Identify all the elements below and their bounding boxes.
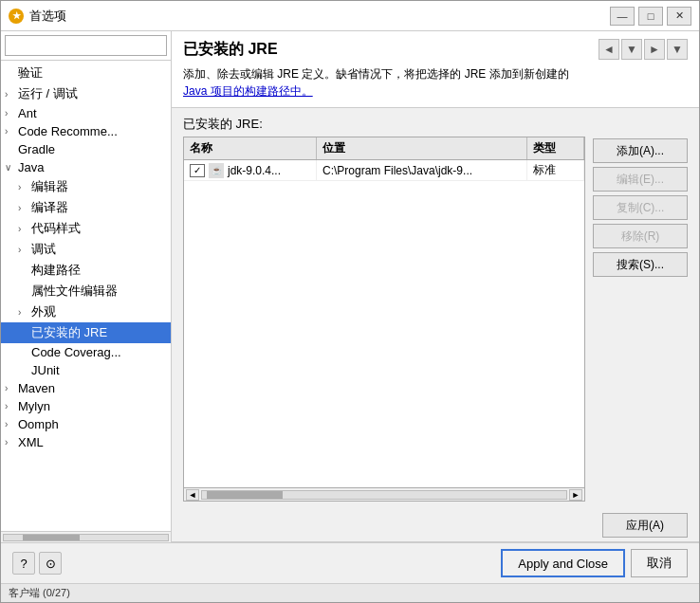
tree-item-label: Mylyn (18, 399, 50, 413)
sidebar-item-13[interactable]: 已安装的 JRE (1, 322, 171, 343)
installed-jre-label: 已安装的 JRE: (183, 116, 585, 133)
sidebar-item-4[interactable]: Gradle (1, 140, 171, 158)
minimize-button[interactable]: — (610, 7, 635, 26)
tree-arrow: › (18, 245, 31, 255)
sidebar-item-19[interactable]: › XML (1, 433, 171, 451)
tree-arrow: › (5, 437, 18, 448)
tree-arrow: › (18, 307, 31, 318)
panel-description-line2: Java 项目的构建路径中。 (183, 84, 313, 98)
maximize-button[interactable]: □ (638, 7, 663, 26)
remove-jre-button[interactable]: 移除(R) (593, 224, 688, 248)
table-row[interactable]: ✓ ☕ jdk-9.0.4... C:\Program Files\Java\j… (184, 160, 584, 181)
sidebar: 验证 › 运行 / 调试 › Ant › Code Recomme... Gra… (1, 31, 172, 542)
tree-arrow: › (5, 126, 18, 137)
sidebar-item-6[interactable]: › 编辑器 (1, 176, 171, 197)
tree-item-label: Oomph (18, 417, 59, 431)
tree-arrow: › (5, 108, 18, 119)
sidebar-item-16[interactable]: › Maven (1, 379, 171, 397)
tree-arrow: › (5, 419, 18, 429)
tree-item-label: 外观 (31, 303, 56, 320)
panel-description-line1: 添加、除去或编辑 JRE 定义。缺省情况下，将把选择的 JRE 添加到新创建的 (183, 67, 569, 81)
scroll-left-button[interactable]: ◄ (186, 489, 199, 501)
copy-jre-button[interactable]: 复制(C)... (593, 195, 688, 220)
sidebar-item-9[interactable]: › 调试 (1, 239, 171, 260)
tree-arrow: › (5, 89, 18, 100)
sidebar-item-2[interactable]: › Ant (1, 104, 171, 122)
sidebar-tree: 验证 › 运行 / 调试 › Ant › Code Recomme... Gra… (1, 61, 171, 531)
sidebar-item-0[interactable]: 验证 (1, 63, 171, 83)
column-header-type: 类型 (527, 137, 584, 159)
table-cell-location: C:\Program Files\Java\jdk-9... (317, 160, 527, 180)
sidebar-item-12[interactable]: › 外观 (1, 302, 171, 322)
tree-item-label: 已安装的 JRE (31, 324, 107, 341)
cancel-button[interactable]: 取消 (631, 549, 688, 577)
edit-jre-button[interactable]: 编辑(E)... (593, 167, 688, 192)
panel-description: 添加、除去或编辑 JRE 定义。缺省情况下，将把选择的 JRE 添加到新创建的 … (183, 65, 688, 100)
jre-name-text: jdk-9.0.4... (228, 164, 281, 177)
status-bar: 客户端 (0/27) (1, 583, 699, 602)
apply-close-button[interactable]: Apply and Close (501, 549, 625, 577)
window-controls: — □ ✕ (610, 7, 691, 26)
tree-item-label: Java (18, 160, 44, 174)
tree-item-label: Code Coverag... (31, 345, 121, 359)
nav-forward-button[interactable]: ► (644, 39, 665, 60)
right-panel: 已安装的 JRE ◄ ▼ ► ▼ 添加、除去或编辑 JRE 定义。缺省情况下，将… (172, 31, 699, 542)
tree-arrow: ∨ (5, 162, 18, 173)
sidebar-item-18[interactable]: › Oomph (1, 415, 171, 433)
sidebar-scroll-thumb (23, 535, 80, 540)
sidebar-item-7[interactable]: › 编译器 (1, 197, 171, 218)
sidebar-item-1[interactable]: › 运行 / 调试 (1, 83, 171, 104)
apply-button[interactable]: 应用(A) (602, 513, 688, 538)
scroll-track[interactable] (201, 490, 567, 500)
sidebar-item-3[interactable]: › Code Recomme... (1, 122, 171, 140)
action-buttons: 添加(A)... 编辑(E)... 复制(C)... 移除(R) 搜索(S)..… (593, 116, 688, 502)
tree-item-label: JUnit (31, 363, 60, 377)
sidebar-search-container (1, 31, 171, 61)
nav-back-button[interactable]: ◄ (599, 39, 619, 60)
jre-checkbox[interactable]: ✓ (190, 164, 205, 177)
panel-body: 已安装的 JRE: 名称 位置 类型 ✓ ☕ (172, 108, 699, 509)
window-icon: ★ (9, 9, 24, 24)
help-button[interactable]: ? (12, 552, 35, 575)
scroll-right-button[interactable]: ► (569, 489, 582, 501)
scroll-thumb (207, 491, 283, 499)
tree-item-label: Maven (18, 381, 55, 395)
tree-item-label: 验证 (18, 64, 43, 82)
sidebar-item-15[interactable]: JUnit (1, 361, 171, 379)
close-button[interactable]: ✕ (667, 7, 691, 26)
main-content: 验证 › 运行 / 调试 › Ant › Code Recomme... Gra… (1, 31, 699, 542)
tree-item-label: Gradle (18, 142, 55, 156)
sidebar-scroll-track[interactable] (3, 534, 169, 541)
tree-item-label: 调试 (31, 241, 56, 258)
jre-table: 名称 位置 类型 ✓ ☕ jdk-9.0.4... C (183, 137, 585, 502)
tree-arrow: › (5, 383, 18, 393)
footer-bar: ? ⊙ Apply and Close 取消 (1, 543, 699, 583)
tree-item-label: Code Recomme... (18, 124, 118, 138)
sidebar-item-10[interactable]: 构建路径 (1, 260, 171, 281)
column-header-location: 位置 (317, 137, 527, 159)
nav-forward-dropdown-button[interactable]: ▼ (667, 39, 688, 60)
table-header: 名称 位置 类型 (184, 137, 584, 160)
search-jre-button[interactable]: 搜索(S)... (593, 252, 688, 277)
sidebar-item-5[interactable]: ∨ Java (1, 158, 171, 176)
window-title: 首选项 (29, 8, 610, 25)
sidebar-horizontal-scrollbar[interactable] (1, 531, 171, 542)
table-cell-type: 标准 (527, 160, 584, 180)
table-cell-name: ✓ ☕ jdk-9.0.4... (184, 160, 317, 180)
jre-icon: ☕ (209, 163, 224, 178)
preferences-button[interactable]: ⊙ (39, 552, 62, 575)
table-body: ✓ ☕ jdk-9.0.4... C:\Program Files\Java\j… (184, 160, 584, 487)
tree-item-label: 运行 / 调试 (18, 85, 78, 102)
table-horizontal-scrollbar[interactable]: ◄ ► (184, 487, 584, 501)
nav-back-dropdown-button[interactable]: ▼ (621, 39, 642, 60)
footer-main-buttons: Apply and Close 取消 (501, 549, 688, 577)
sidebar-item-11[interactable]: 属性文件编辑器 (1, 281, 171, 302)
tree-arrow: › (18, 224, 31, 234)
bottom-bar: ? ⊙ Apply and Close 取消 (1, 542, 699, 583)
add-jre-button[interactable]: 添加(A)... (593, 138, 688, 163)
panel-nav-icons: ◄ ▼ ► ▼ (599, 39, 688, 60)
sidebar-search-input[interactable] (5, 35, 167, 56)
sidebar-item-17[interactable]: › Mylyn (1, 397, 171, 415)
sidebar-item-14[interactable]: Code Coverag... (1, 343, 171, 361)
sidebar-item-8[interactable]: › 代码样式 (1, 218, 171, 239)
